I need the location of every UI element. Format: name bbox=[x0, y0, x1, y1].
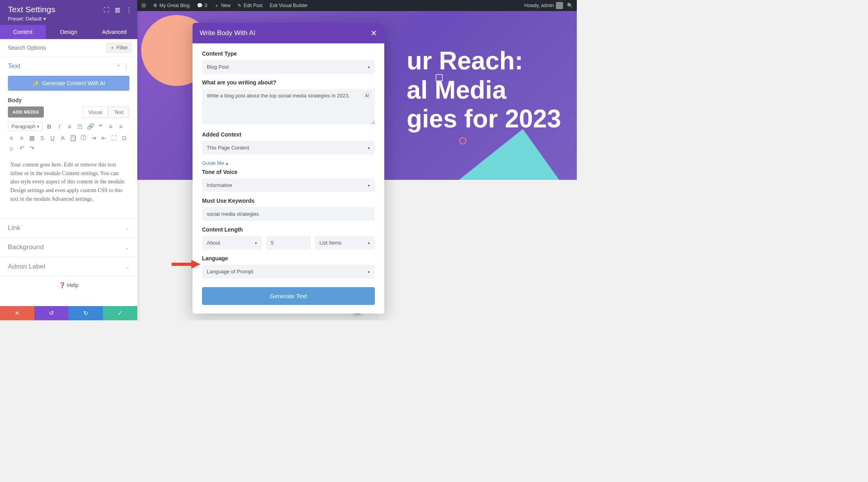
indent-icon[interactable]: ⇥ bbox=[90, 135, 97, 142]
undo-icon[interactable]: ↶ bbox=[18, 145, 25, 152]
editor-content[interactable]: Your content goes here. Edit or remove t… bbox=[8, 157, 129, 211]
exit-builder-link[interactable]: Exit Visual Builder bbox=[269, 3, 308, 8]
context-label: Added Context bbox=[202, 131, 375, 138]
howdy-link[interactable]: Howdy, admin bbox=[524, 2, 563, 9]
section-background-header[interactable]: Background ⌄ bbox=[0, 238, 137, 257]
context-select[interactable]: This Page Content▸ bbox=[202, 141, 375, 155]
kebab-icon[interactable]: ⋮ bbox=[126, 6, 132, 13]
link-icon[interactable]: 🔗 bbox=[87, 123, 94, 130]
tab-advanced[interactable]: Advanced bbox=[92, 25, 137, 39]
redo-icon[interactable]: ↷ bbox=[28, 145, 36, 152]
cancel-button[interactable]: ✕ bbox=[0, 306, 34, 320]
tone-label: Tone of Voice bbox=[202, 169, 375, 175]
site-link[interactable]: ⚙ My Great Blog bbox=[153, 3, 190, 8]
section-link: Link ⌄ bbox=[0, 219, 137, 238]
panel-icon[interactable]: ▥ bbox=[115, 6, 120, 13]
length-count-input[interactable] bbox=[266, 236, 311, 250]
decorative-ring bbox=[459, 137, 466, 144]
section-admin-label-header[interactable]: Admin Label ⌄ bbox=[0, 257, 137, 276]
prompt-textarea[interactable] bbox=[202, 89, 375, 124]
align-justify-icon[interactable]: ≡ bbox=[18, 135, 25, 141]
section-text-header[interactable]: Text ⌃⋮ bbox=[0, 57, 137, 76]
align-left-icon[interactable]: ≡ bbox=[107, 123, 114, 130]
section-text: Text ⌃⋮ ✨ Generate Content With AI Body … bbox=[0, 57, 137, 219]
ai-badge-icon[interactable]: AI bbox=[363, 93, 371, 99]
align-center-icon[interactable]: ≡ bbox=[118, 123, 125, 130]
tone-select[interactable]: Informative▸ bbox=[202, 178, 375, 192]
length-about-select[interactable]: About▸ bbox=[202, 236, 262, 250]
edit-post-link[interactable]: ✎ Edit Post bbox=[238, 3, 262, 8]
block-format-select[interactable]: Paragraph ▾ bbox=[8, 122, 43, 131]
length-unit-select[interactable]: List Items▸ bbox=[315, 236, 375, 250]
fullscreen-icon[interactable]: ⛶ bbox=[110, 135, 118, 141]
paste-icon[interactable]: 📋 bbox=[69, 135, 77, 142]
help-icon: ❓ bbox=[59, 282, 65, 288]
kebab-icon[interactable]: ⋮ bbox=[123, 63, 129, 70]
focus-icon[interactable]: ⛶ bbox=[103, 6, 109, 13]
editor-toolbar: Paragraph ▾ B I ≡ ☷ 🔗 ❝ ≡ ≡ ≡ ≡ ▦ S U A … bbox=[8, 122, 129, 152]
select-caret-icon: ▸ bbox=[368, 241, 370, 245]
strike-icon[interactable]: S bbox=[39, 135, 46, 141]
table-icon[interactable]: ▦ bbox=[28, 135, 36, 142]
italic-icon[interactable]: I bbox=[56, 123, 63, 130]
help-link[interactable]: ❓ Help bbox=[0, 276, 137, 294]
action-bar: ✕ ↺ ↻ ✓ bbox=[0, 306, 137, 320]
chevron-down-icon: ⌄ bbox=[125, 225, 129, 231]
select-caret-icon: ▸ bbox=[368, 183, 370, 187]
modal-header: Write Body With AI ✕ bbox=[193, 23, 384, 43]
content-type-label: Content Type bbox=[202, 50, 375, 57]
undo-button[interactable]: ↺ bbox=[34, 306, 69, 320]
guide-me-toggle[interactable]: Guide Me ▴ bbox=[202, 160, 228, 166]
clear-icon[interactable]: Ⓣ bbox=[80, 134, 87, 142]
generate-text-button[interactable]: Generate Text bbox=[202, 287, 375, 305]
sidebar-tabs: Content Design Advanced bbox=[0, 25, 137, 39]
number-list-icon[interactable]: ☷ bbox=[77, 123, 84, 130]
outdent-icon[interactable]: ⇤ bbox=[100, 135, 107, 142]
filter-button[interactable]: ＋ Filter bbox=[106, 42, 132, 53]
quote-icon[interactable]: ❝ bbox=[97, 123, 104, 130]
close-icon[interactable]: ✕ bbox=[370, 28, 377, 38]
wp-admin-bar: ⓦ ⚙ My Great Blog 💬 0 ＋ New ✎ Edit Post … bbox=[137, 0, 577, 11]
tab-design[interactable]: Design bbox=[46, 25, 92, 39]
preset-dropdown[interactable]: Preset: Default ▾ bbox=[8, 16, 129, 22]
section-link-header[interactable]: Link ⌄ bbox=[0, 219, 137, 237]
language-label: Language bbox=[202, 255, 375, 262]
prompt-label: What are you writing about? bbox=[202, 79, 375, 86]
wp-logo-icon[interactable]: ⓦ bbox=[141, 2, 146, 9]
keywords-label: Must Use Keywords bbox=[202, 198, 375, 204]
add-media-button[interactable]: ADD MEDIA bbox=[8, 106, 44, 118]
new-link[interactable]: ＋ New bbox=[214, 2, 230, 9]
section-admin-label: Admin Label ⌄ bbox=[0, 257, 137, 276]
comments-link[interactable]: 💬 0 bbox=[197, 3, 208, 8]
bold-icon[interactable]: B bbox=[46, 123, 53, 130]
align-right-icon[interactable]: ≡ bbox=[8, 135, 15, 141]
body-label: Body bbox=[8, 97, 129, 103]
chevron-down-icon: ⌄ bbox=[125, 264, 129, 270]
save-button[interactable]: ✓ bbox=[103, 306, 137, 320]
generate-ai-button[interactable]: ✨ Generate Content With AI bbox=[8, 76, 129, 91]
editor-tab-text[interactable]: Text bbox=[108, 106, 129, 118]
sidebar-header: Text Settings Preset: Default ▾ ⛶ ▥ ⋮ bbox=[0, 0, 137, 25]
editor-tab-visual[interactable]: Visual bbox=[82, 106, 108, 118]
select-caret-icon: ▸ bbox=[368, 269, 370, 274]
ai-write-modal: Write Body With AI ✕ Content Type Blog P… bbox=[193, 23, 384, 314]
content-type-select[interactable]: Blog Post▸ bbox=[202, 60, 375, 74]
chevron-up-icon: ⌃ bbox=[116, 64, 121, 70]
keywords-input[interactable] bbox=[202, 207, 375, 221]
underline-icon[interactable]: U bbox=[49, 135, 56, 141]
char-icon[interactable]: Ω bbox=[121, 135, 128, 141]
language-select[interactable]: Language of Prompt▸ bbox=[202, 265, 375, 278]
chevron-down-icon: ⌄ bbox=[125, 245, 129, 250]
search-input[interactable] bbox=[6, 42, 103, 53]
redo-button[interactable]: ↻ bbox=[69, 306, 103, 320]
tab-content[interactable]: Content bbox=[0, 25, 46, 39]
bullet-list-icon[interactable]: ≡ bbox=[66, 123, 73, 130]
search-row: ＋ Filter bbox=[0, 39, 137, 57]
settings-sidebar: Text Settings Preset: Default ▾ ⛶ ▥ ⋮ Co… bbox=[0, 0, 137, 320]
search-icon[interactable]: 🔍 bbox=[567, 3, 573, 8]
select-caret-icon: ▸ bbox=[255, 241, 257, 245]
color-icon[interactable]: A bbox=[59, 135, 66, 141]
emoji-icon[interactable]: ☺ bbox=[8, 145, 15, 152]
modal-title: Write Body With AI bbox=[200, 29, 255, 37]
select-caret-icon: ▸ bbox=[368, 65, 370, 69]
